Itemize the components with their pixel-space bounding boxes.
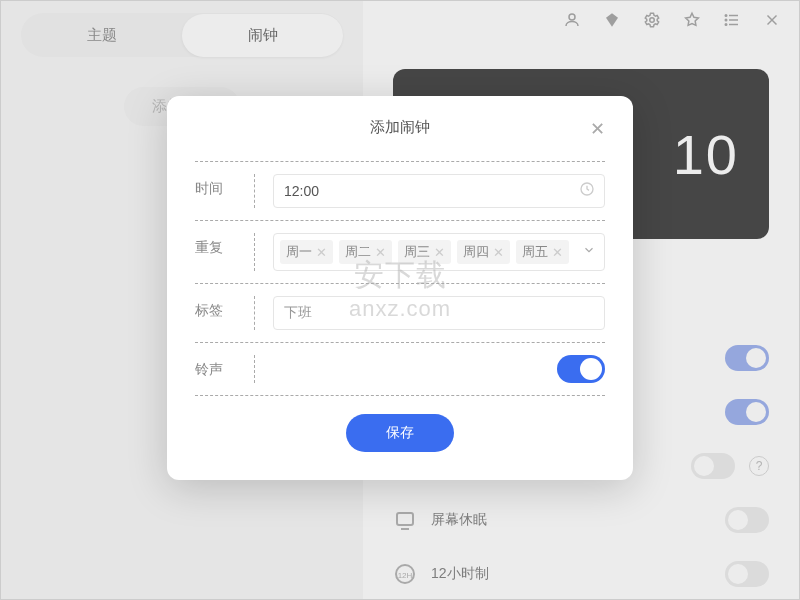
chip-tue[interactable]: 周二✕	[339, 240, 392, 264]
save-button[interactable]: 保存	[346, 414, 454, 452]
row-repeat: 重复 周一✕ 周二✕ 周三✕ 周四✕ 周五✕	[195, 220, 605, 283]
time-label: 时间	[195, 174, 255, 208]
chip-thu[interactable]: 周四✕	[457, 240, 510, 264]
add-alarm-dialog: 添加闹钟 ✕ 时间 重复 周一✕ 周二✕ 周三✕ 周四✕ 周五✕	[167, 96, 633, 480]
clock-icon[interactable]	[579, 181, 595, 201]
chip-remove-icon[interactable]: ✕	[316, 245, 327, 260]
chip-remove-icon[interactable]: ✕	[434, 245, 445, 260]
chip-fri[interactable]: 周五✕	[516, 240, 569, 264]
time-input[interactable]	[273, 174, 605, 208]
chip-label: 周三	[404, 243, 430, 261]
chip-label: 周五	[522, 243, 548, 261]
tag-input[interactable]	[273, 296, 605, 330]
row-ringtone: 铃声	[195, 342, 605, 396]
dialog-title-text: 添加闹钟	[370, 118, 430, 135]
dialog-close-icon[interactable]: ✕	[590, 118, 605, 140]
chip-remove-icon[interactable]: ✕	[493, 245, 504, 260]
tag-label: 标签	[195, 296, 255, 330]
chip-label: 周四	[463, 243, 489, 261]
row-tag: 标签	[195, 283, 605, 342]
chip-label: 周二	[345, 243, 371, 261]
chip-remove-icon[interactable]: ✕	[375, 245, 386, 260]
chip-wed[interactable]: 周三✕	[398, 240, 451, 264]
repeat-label: 重复	[195, 233, 255, 271]
chip-label: 周一	[286, 243, 312, 261]
row-time: 时间	[195, 161, 605, 220]
ringtone-label: 铃声	[195, 355, 255, 383]
chevron-down-icon[interactable]	[582, 243, 596, 261]
chip-remove-icon[interactable]: ✕	[552, 245, 563, 260]
ringtone-toggle[interactable]	[557, 355, 605, 383]
repeat-chips[interactable]: 周一✕ 周二✕ 周三✕ 周四✕ 周五✕	[273, 233, 605, 271]
chip-mon[interactable]: 周一✕	[280, 240, 333, 264]
dialog-title: 添加闹钟 ✕	[195, 118, 605, 137]
